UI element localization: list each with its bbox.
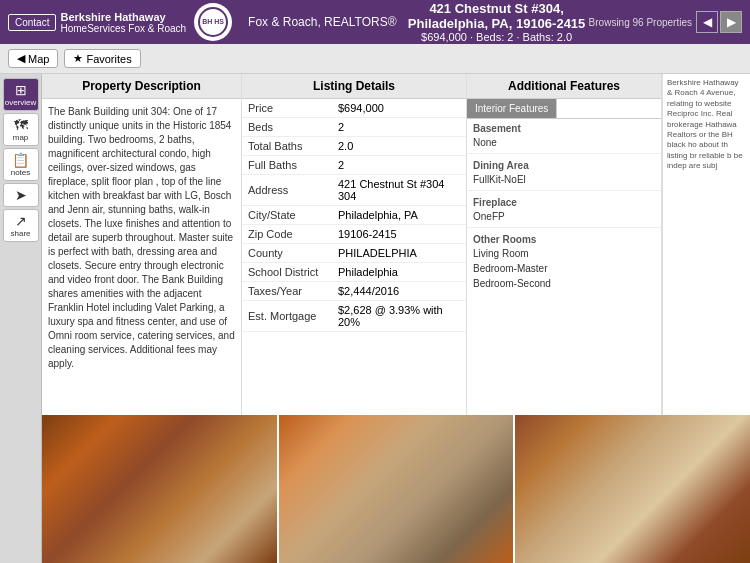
listing-label: Full Baths xyxy=(242,156,332,175)
listing-table-row: Est. Mortgage$2,628 @ 3.93% with 20% xyxy=(242,301,466,332)
overview-icon: ⊞ xyxy=(15,82,27,98)
other-rooms-second: Bedroom-Second xyxy=(467,277,661,292)
other-rooms-master: Bedroom-Master xyxy=(467,262,661,277)
photo-1[interactable] xyxy=(42,415,279,563)
tab-interior-features[interactable]: Interior Features xyxy=(467,99,557,118)
listing-table: Price$694,000Beds2Total Baths2.0Full Bat… xyxy=(242,99,466,332)
map-icon: ◀ xyxy=(17,52,25,65)
photo-2[interactable] xyxy=(279,415,516,563)
navigation-arrows: ◀ ▶ xyxy=(696,11,742,33)
listing-value: 2.0 xyxy=(332,137,466,156)
listing-label: Address xyxy=(242,175,332,206)
brand-name: Berkshire Hathaway HomeServices Fox & Ro… xyxy=(60,11,186,34)
arrow-icon: ➤ xyxy=(15,187,27,203)
listing-value: Philadelphia, PA xyxy=(332,206,466,225)
listing-label: School District xyxy=(242,263,332,282)
property-description-title: Property Description xyxy=(42,74,241,99)
listing-value: Philadelphia xyxy=(332,263,466,282)
listing-table-row: Full Baths2 xyxy=(242,156,466,175)
notes-icon: 📋 xyxy=(12,152,29,168)
share-icon: ↗ xyxy=(15,213,27,229)
dining-area-value: FullKit-NoEl xyxy=(467,173,661,188)
listing-label: Est. Mortgage xyxy=(242,301,332,332)
listing-label: City/State xyxy=(242,206,332,225)
main-wrapper: ⊞ overview 🗺 map 📋 notes ➤ ↗ share Prope… xyxy=(0,74,750,563)
left-sidebar: ⊞ overview 🗺 map 📋 notes ➤ ↗ share xyxy=(0,74,42,563)
contact-button[interactable]: Contact xyxy=(8,14,56,31)
listing-value: 2 xyxy=(332,118,466,137)
favorites-button[interactable]: ★ Favorites xyxy=(64,49,140,68)
next-arrow[interactable]: ▶ xyxy=(720,11,742,33)
fireplace-value: OneFP xyxy=(467,210,661,225)
fireplace-label: Fireplace xyxy=(467,193,661,210)
listing-value: 19106-2415 xyxy=(332,225,466,244)
listing-table-row: Total Baths2.0 xyxy=(242,137,466,156)
property-address-header: 421 Chestnut St #304, Philadelphia, PA, … xyxy=(405,1,589,43)
listing-table-row: Taxes/Year$2,444/2016 xyxy=(242,282,466,301)
listing-value: 2 xyxy=(332,156,466,175)
sidebar-item-notes[interactable]: 📋 notes xyxy=(3,148,39,181)
listing-label: County xyxy=(242,244,332,263)
listing-table-row: Address421 Chestnut St #304 304 xyxy=(242,175,466,206)
map-button[interactable]: ◀ Map xyxy=(8,49,58,68)
listing-label: Taxes/Year xyxy=(242,282,332,301)
photos-row xyxy=(42,415,750,563)
listing-label: Total Baths xyxy=(242,137,332,156)
listing-value: 421 Chestnut St #304 304 xyxy=(332,175,466,206)
map-sidebar-icon: 🗺 xyxy=(14,117,28,133)
additional-features-title: Additional Features xyxy=(467,74,661,99)
features-tabs: Interior Features xyxy=(467,99,661,119)
listing-details-title: Listing Details xyxy=(242,74,466,99)
listing-label: Zip Code xyxy=(242,225,332,244)
listing-value: PHILADELPHIA xyxy=(332,244,466,263)
listing-value: $2,444/2016 xyxy=(332,282,466,301)
company-logo: BH HS xyxy=(194,3,232,41)
listing-label: Beds xyxy=(242,118,332,137)
listing-table-row: School DistrictPhiladelphia xyxy=(242,263,466,282)
fox-roach-label: Fox & Roach, REALTORS® xyxy=(248,15,396,29)
sidebar-item-overview[interactable]: ⊞ overview xyxy=(3,78,39,111)
listing-table-row: Price$694,000 xyxy=(242,99,466,118)
sidebar-item-map[interactable]: 🗺 map xyxy=(3,113,39,146)
sub-header: ◀ Map ★ Favorites xyxy=(0,44,750,74)
listing-table-row: Zip Code19106-2415 xyxy=(242,225,466,244)
listing-value: $2,628 @ 3.93% with 20% xyxy=(332,301,466,332)
listing-label: Price xyxy=(242,99,332,118)
app-header: Contact Berkshire Hathaway HomeServices … xyxy=(0,0,750,44)
basement-value: None xyxy=(467,136,661,151)
sidebar-item-share[interactable]: ↗ share xyxy=(3,209,39,242)
listing-table-row: City/StatePhiladelphia, PA xyxy=(242,206,466,225)
other-rooms-living-room: Living Room xyxy=(467,247,661,262)
dining-area-label: Dining Area xyxy=(467,156,661,173)
listing-table-row: Beds2 xyxy=(242,118,466,137)
other-rooms-label: Other Rooms xyxy=(467,230,661,247)
listing-value: $694,000 xyxy=(332,99,466,118)
sidebar-item-arrow[interactable]: ➤ xyxy=(3,183,39,207)
browsing-count: Browsing 96 Properties xyxy=(589,17,692,28)
basement-label: Basement xyxy=(467,119,661,136)
star-icon: ★ xyxy=(73,52,83,65)
photo-3[interactable] xyxy=(515,415,750,563)
prev-arrow[interactable]: ◀ xyxy=(696,11,718,33)
listing-table-row: CountyPHILADELPHIA xyxy=(242,244,466,263)
